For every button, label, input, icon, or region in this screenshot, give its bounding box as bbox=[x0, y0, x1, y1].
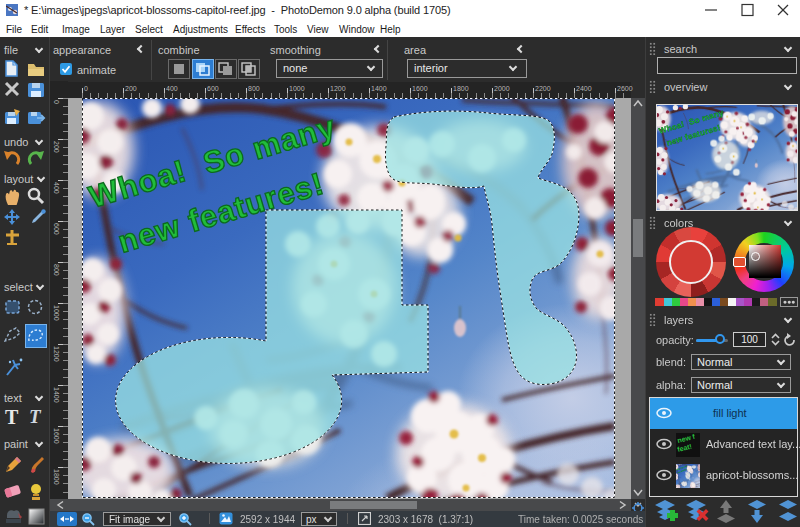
svg-text:feat!: feat! bbox=[677, 443, 693, 453]
svg-text:new f: new f bbox=[677, 433, 697, 444]
